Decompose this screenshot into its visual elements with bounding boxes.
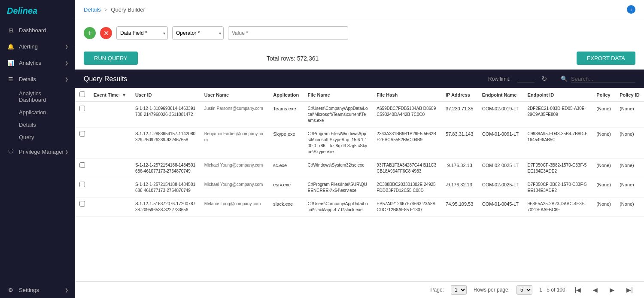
sidebar-sub-analytics-dashboard[interactable]: Analytics Dashboard [0, 87, 75, 106]
rows-per-page-select[interactable]: 5 [516, 285, 532, 295]
cell-policy-id-4: (None) [615, 198, 644, 217]
search-wrap: 🔍 [561, 76, 635, 82]
cell-application-2: sc.exe [269, 159, 303, 178]
results-section: Query Results Row limit: 100 ↻ 🔍 Event T… [75, 70, 644, 298]
cell-policy-1: (None) [592, 128, 615, 159]
cell-user-id-2: S-1-12-1-2572154188-1484501686-461077173… [131, 159, 200, 178]
cell-endpoint-name-1: COM-01-0091-LT [478, 128, 523, 159]
row-limit-label: Row limit: [488, 76, 510, 82]
last-page-button[interactable]: ▶| [624, 286, 635, 294]
cell-ip-address-1: 57.83.31.143 [441, 128, 478, 159]
col-user-name: User Name [200, 88, 269, 102]
refresh-button[interactable]: ↻ [541, 75, 547, 83]
next-page-button[interactable]: ▶ [607, 286, 617, 294]
sidebar-sub-query[interactable]: Query [0, 131, 75, 143]
cell-application-3: esrv.exe [269, 178, 303, 198]
chevron-privilege: ❯ [65, 149, 68, 154]
row-checkbox-cell [75, 159, 89, 178]
sidebar-item-settings[interactable]: ⚙ Settings ❯ [0, 282, 75, 298]
main-content: Details > Query Builder i + ✕ Data Field… [75, 0, 644, 298]
row-checkbox-0[interactable] [79, 106, 85, 111]
col-file-hash: File Hash [372, 88, 441, 102]
breadcrumb-parent[interactable]: Details [84, 6, 101, 13]
cell-policy-id-1: (None) [615, 128, 644, 159]
cell-file-hash-3: 2C388BBC203301302E 24925FDDB3F7D12C55 C0… [372, 178, 441, 198]
sidebar-item-details[interactable]: ☰ Details ❯ [0, 71, 75, 87]
cell-event-time-3 [89, 178, 131, 198]
col-endpoint-name: Endpoint Name [478, 88, 523, 102]
page-range-info: 1 - 5 of 100 [539, 287, 565, 293]
sidebar: Delinea ⊞ Dashboard 🔔 Alerting ❯ 📊 Analy… [0, 0, 75, 298]
sidebar-item-analytics[interactable]: 📊 Analytics ❯ [0, 55, 75, 71]
row-checkbox-1[interactable] [79, 131, 85, 137]
page-select[interactable]: 1 [451, 285, 467, 295]
cell-endpoint-id-1: C9938A95-FD43-35B4-7B8D-E1645496AB5C [523, 128, 592, 159]
chevron-settings: ❯ [65, 288, 68, 292]
cell-user-id-3: S-1-12-1-2572154188-1484501686-461077173… [131, 178, 200, 198]
add-filter-button[interactable]: + [84, 27, 96, 39]
col-application: Application [269, 88, 303, 102]
table-wrap: Event Time ▼ User ID User Name Applicati… [75, 88, 644, 281]
search-input[interactable] [571, 76, 635, 82]
cell-policy-3: (None) [592, 178, 615, 198]
row-checkbox-3[interactable] [79, 182, 85, 187]
sort-arrow-event-time: ▼ [122, 92, 127, 97]
sidebar-sub-application[interactable]: Application [0, 106, 75, 119]
cell-user-name-3: Michael Young@company.com [200, 178, 269, 198]
results-title: Query Results [84, 75, 127, 83]
privilege-manager-icon: 🛡 [7, 148, 15, 155]
cell-user-id-1: S-1-12-1-2883654157-1142080329-750926289… [131, 128, 200, 159]
cell-ip-address-2: -9.176.32.13 [441, 159, 478, 178]
cell-event-time-0 [89, 102, 131, 128]
cell-ip-address-3: -9.176.32.13 [441, 178, 478, 198]
export-data-button[interactable]: EXPORT DATA [577, 52, 635, 65]
info-icon[interactable]: i [627, 5, 635, 14]
data-field-select-wrap: Data Field * [116, 26, 168, 40]
cell-file-name-4: C:\Users\Company\AppData\Local\slack\app… [304, 198, 373, 217]
run-query-button[interactable]: RUN QUERY [84, 52, 138, 65]
cell-event-time-1 [89, 128, 131, 159]
row-checkbox-4[interactable] [79, 201, 85, 207]
analytics-icon: 📊 [7, 59, 15, 67]
alerting-icon: 🔔 [7, 43, 15, 50]
cell-endpoint-name-3: COM-02-0025-LT [478, 178, 523, 198]
search-icon: 🔍 [561, 76, 568, 82]
row-checkbox-cell [75, 178, 89, 198]
cell-endpoint-id-0: 2DF2EC21-083D-ED05-A30E-29C9A85FE809 [523, 102, 592, 128]
cell-policy-4: (None) [592, 198, 615, 217]
remove-filter-button[interactable]: ✕ [100, 27, 112, 39]
prev-page-button[interactable]: ◀ [590, 286, 600, 294]
action-bar: RUN QUERY Total rows: 572,361 EXPORT DAT… [75, 47, 644, 70]
results-header: Query Results Row limit: 100 ↻ 🔍 [75, 70, 644, 88]
first-page-button[interactable]: |◀ [572, 286, 584, 294]
sidebar-sub-details[interactable]: Details [0, 119, 75, 131]
chevron-details: ❯ [65, 77, 68, 82]
operator-select[interactable]: Operator * [172, 26, 224, 40]
row-checkbox-2[interactable] [79, 162, 85, 168]
cell-file-hash-4: EB57A0212667F74663 23A8ACDC712B8AE85 E13… [372, 198, 441, 217]
topbar: Details > Query Builder i [75, 0, 644, 19]
row-limit-input[interactable]: 100 [517, 75, 535, 82]
sidebar-item-privilege-manager[interactable]: 🛡 Privilege Manager ❯ [0, 143, 75, 160]
col-ip-address: IP Address [441, 88, 478, 102]
cell-endpoint-id-3: D7F050CF-3B82-1570-C33F-5EE134E3ADE2 [523, 178, 592, 198]
table-header-row: Event Time ▼ User ID User Name Applicati… [75, 88, 644, 102]
cell-application-0: Teams.exe [269, 102, 303, 128]
cell-file-hash-1: 2363A331BB9B1B29E5 5662BF2EACA5552B5C 04… [372, 128, 441, 159]
col-event-time[interactable]: Event Time ▼ [89, 88, 131, 102]
app-logo: Delinea [0, 0, 75, 22]
filter-row: + ✕ Data Field * Operator * [84, 26, 635, 40]
sidebar-item-dashboard[interactable]: ⊞ Dashboard [0, 22, 75, 38]
row-checkbox-cell [75, 102, 89, 128]
value-input[interactable] [228, 26, 348, 40]
select-all-checkbox[interactable] [79, 91, 85, 97]
data-field-select[interactable]: Data Field * [116, 26, 168, 40]
sidebar-item-alerting[interactable]: 🔔 Alerting ❯ [0, 38, 75, 55]
query-builder-area: + ✕ Data Field * Operator * [75, 19, 644, 47]
cell-policy-0: (None) [592, 102, 615, 128]
settings-icon: ⚙ [7, 286, 15, 294]
cell-file-hash-0: A659DBC7FDB5184AB D8609C593240DA442B 7C0… [372, 102, 441, 128]
total-rows-display: Total rows: 572,361 [267, 55, 319, 62]
pagination: Page: 1 Rows per page: 5 1 - 5 of 100 |◀… [75, 281, 644, 298]
operator-select-wrap: Operator * [172, 26, 224, 40]
